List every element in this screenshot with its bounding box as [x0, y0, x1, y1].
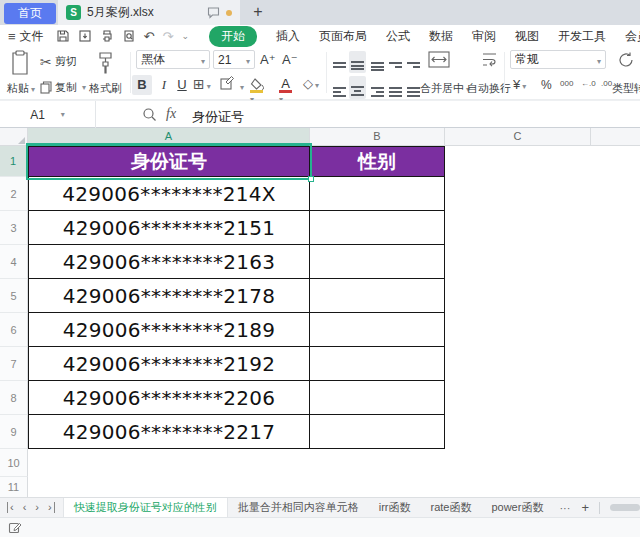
- next-sheet-button[interactable]: ›: [35, 502, 39, 513]
- magnifier-icon[interactable]: [142, 107, 157, 126]
- id-cell[interactable]: 429006********2163: [28, 245, 310, 279]
- column-header-b[interactable]: B: [310, 128, 445, 146]
- prev-sheet-button[interactable]: ‹: [23, 502, 27, 513]
- decrease-indent-button[interactable]: [389, 54, 402, 73]
- print-icon[interactable]: [100, 29, 114, 43]
- gender-cell[interactable]: [310, 177, 445, 211]
- menu-tab-formulas[interactable]: 公式: [386, 28, 410, 45]
- hamburger-menu-icon[interactable]: ≡: [8, 29, 16, 44]
- increase-decimal-button[interactable]: ←.0: [581, 80, 596, 89]
- underline-button[interactable]: U: [174, 77, 190, 92]
- gender-cell[interactable]: [310, 211, 445, 245]
- select-all-corner[interactable]: [0, 128, 28, 146]
- decrease-font-button[interactable]: A⁻: [282, 52, 298, 67]
- gender-cell[interactable]: [310, 347, 445, 381]
- align-left-button[interactable]: [333, 79, 346, 98]
- sheetbar-scrollbar[interactable]: [610, 504, 640, 511]
- last-sheet-button[interactable]: ›: [48, 502, 55, 513]
- formula-content[interactable]: 身份证号: [192, 108, 244, 126]
- justify-button[interactable]: [389, 79, 402, 98]
- menu-tab-data[interactable]: 数据: [429, 28, 453, 45]
- italic-button[interactable]: I: [156, 77, 172, 93]
- first-sheet-button[interactable]: ‹: [7, 502, 14, 513]
- row-header-3[interactable]: 3: [0, 211, 28, 245]
- menu-tab-developer[interactable]: 开发工具: [558, 28, 606, 45]
- export-icon[interactable]: [78, 29, 92, 43]
- borders-button[interactable]: ⊞: [193, 76, 211, 92]
- wrap-text-icon[interactable]: [481, 51, 498, 70]
- increase-indent-button[interactable]: [407, 54, 420, 73]
- menu-tab-home[interactable]: 开始: [209, 26, 257, 47]
- gender-cell[interactable]: [310, 381, 445, 415]
- paste-icon[interactable]: [10, 50, 30, 78]
- id-cell[interactable]: 429006********2206: [28, 381, 310, 415]
- row-header-1[interactable]: 1: [0, 146, 28, 177]
- type-convert-icon[interactable]: [617, 51, 635, 71]
- format-painter-icon[interactable]: [96, 51, 115, 77]
- clear-format-button[interactable]: ◇: [303, 76, 319, 91]
- id-cell[interactable]: 429006********214X: [28, 177, 310, 211]
- insert-function-button[interactable]: fx: [166, 106, 176, 122]
- menu-tab-insert[interactable]: 插入: [276, 28, 300, 45]
- thousands-separator-button[interactable]: 000: [560, 80, 573, 89]
- id-cell[interactable]: 429006********2178: [28, 279, 310, 313]
- row-header-10[interactable]: 10: [0, 449, 28, 477]
- row-header-6[interactable]: 6: [0, 313, 28, 347]
- align-center-button[interactable]: [349, 76, 366, 99]
- sheet-tab[interactable]: power函数: [481, 498, 553, 518]
- gender-cell[interactable]: [310, 313, 445, 347]
- sheet-tab[interactable]: 批量合并相同内容单元格: [228, 498, 369, 518]
- save-icon[interactable]: [56, 29, 70, 43]
- add-sheet-button[interactable]: +: [576, 500, 594, 515]
- type-convert-button[interactable]: 类型转换: [612, 81, 640, 96]
- row-header-11[interactable]: 11: [0, 477, 28, 497]
- row-header-8[interactable]: 8: [0, 381, 28, 415]
- font-size-select[interactable]: 21: [213, 50, 255, 69]
- decrease-decimal-button[interactable]: .00: [601, 80, 612, 89]
- comment-bubble-icon[interactable]: [207, 7, 220, 19]
- align-bottom-button[interactable]: [371, 54, 384, 71]
- percent-format-button[interactable]: %: [541, 78, 552, 92]
- document-tab[interactable]: S 5月案例.xlsx: [58, 0, 240, 25]
- menu-tab-review[interactable]: 审阅: [472, 28, 496, 45]
- id-cell[interactable]: 429006********2192: [28, 347, 310, 381]
- align-middle-button[interactable]: [349, 51, 366, 73]
- menu-tab-page-layout[interactable]: 页面布局: [319, 28, 367, 45]
- quick-access-caret-icon[interactable]: ⌄: [181, 31, 189, 41]
- sheet-tab-active[interactable]: 快速提取身份证号对应的性别: [63, 498, 228, 518]
- menu-tab-member[interactable]: 会员专享: [625, 28, 640, 45]
- align-right-button[interactable]: [371, 79, 384, 98]
- gender-cell[interactable]: [310, 415, 445, 449]
- font-name-select[interactable]: 黑体: [136, 50, 210, 69]
- bold-button[interactable]: B: [132, 75, 152, 95]
- currency-format-button[interactable]: ¥: [513, 77, 526, 92]
- increase-font-button[interactable]: A⁺: [260, 52, 276, 67]
- paste-button[interactable]: 粘贴: [7, 81, 35, 96]
- cut-button[interactable]: ✂ 剪切: [40, 54, 77, 69]
- macro-record-icon[interactable]: [8, 521, 23, 537]
- menu-tab-view[interactable]: 视图: [515, 28, 539, 45]
- draw-border-button[interactable]: [220, 75, 244, 92]
- column-header-a[interactable]: A: [28, 128, 310, 146]
- number-format-select[interactable]: 常规: [510, 50, 606, 69]
- column-header-d[interactable]: [591, 128, 640, 146]
- row-header-7[interactable]: 7: [0, 347, 28, 381]
- row-header-4[interactable]: 4: [0, 245, 28, 279]
- id-cell[interactable]: 429006********2189: [28, 313, 310, 347]
- row-header-2[interactable]: 2: [0, 177, 28, 211]
- more-sheets-button[interactable]: ···: [553, 502, 576, 514]
- print-preview-icon[interactable]: [122, 29, 136, 43]
- new-document-tab-button[interactable]: +: [248, 2, 268, 22]
- row-header-5[interactable]: 5: [0, 279, 28, 313]
- merge-center-icon[interactable]: [428, 51, 450, 70]
- menu-file[interactable]: 文件: [20, 28, 44, 45]
- undo-icon[interactable]: ↶: [144, 30, 155, 43]
- column-header-c[interactable]: C: [445, 128, 591, 146]
- name-box[interactable]: A1: [0, 101, 96, 128]
- redo-icon[interactable]: ↷: [163, 30, 174, 43]
- gender-cell[interactable]: [310, 245, 445, 279]
- gender-cell[interactable]: [310, 279, 445, 313]
- home-tab-button[interactable]: 首页: [4, 3, 56, 24]
- merge-center-button[interactable]: 合并居中: [420, 81, 470, 96]
- align-top-button[interactable]: [333, 54, 346, 73]
